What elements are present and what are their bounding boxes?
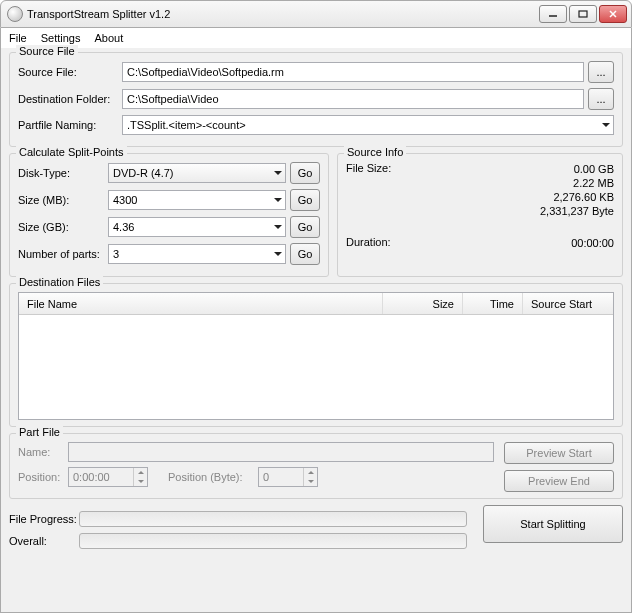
- chevron-down-icon: [274, 225, 282, 229]
- app-icon: [7, 6, 23, 22]
- menu-bar: File Settings About: [0, 28, 632, 48]
- combo-partfile-naming[interactable]: .TSSplit.<item>-<count>: [122, 115, 614, 135]
- combo-num-parts[interactable]: 3: [108, 244, 286, 264]
- chevron-down-icon: [274, 252, 282, 256]
- label-source-file: Source File:: [18, 66, 122, 78]
- close-button[interactable]: [599, 5, 627, 23]
- file-progress-bar: [79, 511, 467, 527]
- label-file-size: File Size:: [346, 162, 416, 218]
- label-size-mb: Size (MB):: [18, 194, 108, 206]
- maximize-button[interactable]: [569, 5, 597, 23]
- group-calc-split: Calculate Split-Points Disk-Type: DVD-R …: [9, 153, 329, 277]
- title-bar: TransportStream Splitter v1.2: [0, 0, 632, 28]
- spin-position: 0:00:00: [68, 467, 148, 487]
- overall-progress-bar: [79, 533, 467, 549]
- arrow-up-icon: [304, 468, 317, 477]
- label-duration: Duration:: [346, 236, 416, 250]
- legend-source-info: Source Info: [344, 146, 406, 158]
- input-source-file[interactable]: C:\Softpedia\Video\Softpedia.rm: [122, 62, 584, 82]
- label-dest-folder: Destination Folder:: [18, 93, 122, 105]
- label-partfile-naming: Partfile Naming:: [18, 119, 122, 131]
- chevron-down-icon: [274, 171, 282, 175]
- col-size[interactable]: Size: [383, 293, 463, 314]
- chevron-down-icon: [274, 198, 282, 202]
- label-position: Position:: [18, 471, 68, 483]
- group-source-info: Source Info File Size: 0.00 GB 2.22 MB 2…: [337, 153, 623, 277]
- client-area: Source File Source File: C:\Softpedia\Vi…: [0, 48, 632, 613]
- table-header: File Name Size Time Source Start: [19, 293, 613, 315]
- col-time[interactable]: Time: [463, 293, 523, 314]
- value-mb: 2.22 MB: [416, 176, 614, 190]
- table-dest-files[interactable]: File Name Size Time Source Start: [18, 292, 614, 420]
- arrow-down-icon: [134, 477, 147, 486]
- browse-source-button[interactable]: ...: [588, 61, 614, 83]
- group-dest-files: Destination Files File Name Size Time So…: [9, 283, 623, 427]
- group-part-file: Part File Name: Position: 0:00:00 Positi…: [9, 433, 623, 499]
- label-position-byte: Position (Byte):: [168, 471, 258, 483]
- combo-size-mb[interactable]: 4300: [108, 190, 286, 210]
- menu-settings[interactable]: Settings: [41, 32, 81, 44]
- preview-end-button: Preview End: [504, 470, 614, 492]
- minimize-button[interactable]: [539, 5, 567, 23]
- go-disk-type-button[interactable]: Go: [290, 162, 320, 184]
- preview-start-button: Preview Start: [504, 442, 614, 464]
- value-duration: 00:00:00: [416, 236, 614, 250]
- legend-part-file: Part File: [16, 426, 63, 438]
- combo-disk-type[interactable]: DVD-R (4.7): [108, 163, 286, 183]
- menu-file[interactable]: File: [9, 32, 27, 44]
- label-size-gb: Size (GB):: [18, 221, 108, 233]
- label-overall: Overall:: [9, 535, 79, 547]
- chevron-down-icon: [602, 123, 610, 127]
- go-size-mb-button[interactable]: Go: [290, 189, 320, 211]
- combo-size-gb[interactable]: 4.36: [108, 217, 286, 237]
- legend-dest-files: Destination Files: [16, 276, 103, 288]
- label-part-name: Name:: [18, 446, 68, 458]
- col-source-start[interactable]: Source Start: [523, 293, 613, 314]
- label-num-parts: Number of parts:: [18, 248, 108, 260]
- legend-calc-split: Calculate Split-Points: [16, 146, 127, 158]
- value-kb: 2,276.60 KB: [416, 190, 614, 204]
- col-file-name[interactable]: File Name: [19, 293, 383, 314]
- spin-position-byte: 0: [258, 467, 318, 487]
- svg-rect-1: [579, 11, 587, 17]
- window-title: TransportStream Splitter v1.2: [27, 8, 537, 20]
- input-dest-folder[interactable]: C:\Softpedia\Video: [122, 89, 584, 109]
- browse-dest-button[interactable]: ...: [588, 88, 614, 110]
- value-bytes: 2,331,237 Byte: [416, 204, 614, 218]
- value-gb: 0.00 GB: [416, 162, 614, 176]
- file-size-values: 0.00 GB 2.22 MB 2,276.60 KB 2,331,237 By…: [416, 162, 614, 218]
- group-source-file: Source File Source File: C:\Softpedia\Vi…: [9, 52, 623, 147]
- go-num-parts-button[interactable]: Go: [290, 243, 320, 265]
- start-splitting-button[interactable]: Start Splitting: [483, 505, 623, 543]
- label-disk-type: Disk-Type:: [18, 167, 108, 179]
- arrow-down-icon: [304, 477, 317, 486]
- menu-about[interactable]: About: [94, 32, 123, 44]
- legend-source-file: Source File: [16, 45, 78, 57]
- go-size-gb-button[interactable]: Go: [290, 216, 320, 238]
- input-part-name: [68, 442, 494, 462]
- label-file-progress: File Progress:: [9, 513, 79, 525]
- arrow-up-icon: [134, 468, 147, 477]
